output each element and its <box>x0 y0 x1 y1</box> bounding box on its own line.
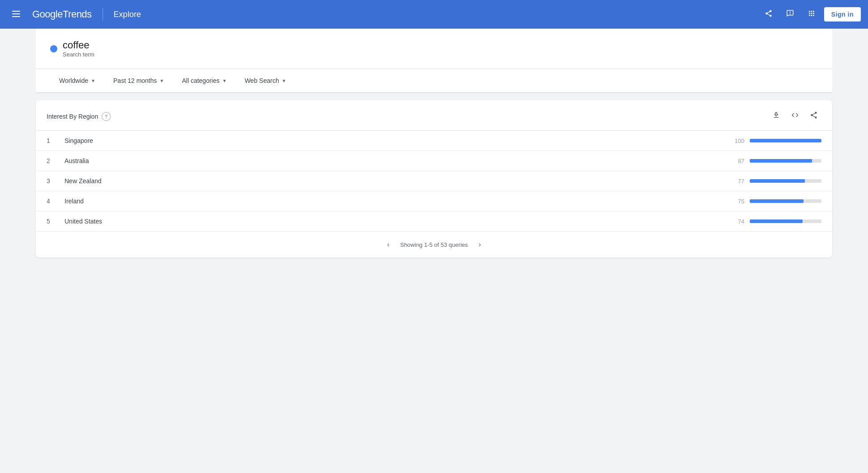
region-bar-container: 74 <box>732 218 821 225</box>
region-bar-container: 87 <box>732 158 821 164</box>
region-name[interactable]: Ireland <box>64 198 725 205</box>
main-content: Interest By Region ? <box>36 100 832 258</box>
region-rank: 2 <box>47 157 57 164</box>
region-name[interactable]: Australia <box>64 157 725 164</box>
region-row: 5 United States 74 <box>36 211 832 231</box>
region-bar-container: 77 <box>732 178 821 185</box>
feedback-button[interactable] <box>781 5 799 23</box>
region-bar-fill <box>750 139 821 142</box>
svg-rect-2 <box>12 16 20 17</box>
pagination: ‹ Showing 1-5 of 53 queries › <box>36 231 832 258</box>
region-bar-fill <box>750 179 805 183</box>
region-name[interactable]: New Zealand <box>64 177 725 185</box>
region-bar-wrapper <box>750 219 821 223</box>
time-filter[interactable]: Past 12 months ▼ <box>104 69 173 92</box>
help-icon-label: ? <box>105 114 108 119</box>
type-filter-arrow: ▼ <box>282 78 286 83</box>
region-score: 74 <box>732 218 744 225</box>
location-filter[interactable]: Worldwide ▼ <box>50 69 104 92</box>
region-card-title-row: Interest By Region ? <box>47 112 111 121</box>
region-bar-wrapper <box>750 139 821 142</box>
region-bar-wrapper <box>750 199 821 203</box>
region-card: Interest By Region ? <box>36 100 832 258</box>
header-actions: Sign in <box>760 5 861 23</box>
search-card: coffee Search term <box>36 29 832 69</box>
menu-button[interactable] <box>7 5 25 23</box>
apps-icon <box>808 9 816 20</box>
download-icon <box>772 112 780 121</box>
category-filter[interactable]: All categories ▼ <box>173 69 236 92</box>
search-dot <box>50 45 57 52</box>
embed-button[interactable] <box>787 109 803 123</box>
next-page-button[interactable]: › <box>475 239 485 250</box>
region-rank: 3 <box>47 177 57 185</box>
region-score: 100 <box>732 138 744 144</box>
signin-button[interactable]: Sign in <box>824 7 861 22</box>
region-bar-fill <box>750 219 803 223</box>
pagination-text: Showing 1-5 of 53 queries <box>400 241 468 248</box>
region-rank: 5 <box>47 218 57 225</box>
download-button[interactable] <box>769 109 784 123</box>
prev-page-button[interactable]: ‹ <box>383 239 393 250</box>
embed-icon <box>791 112 799 121</box>
region-rank: 1 <box>47 137 57 144</box>
share-icon <box>765 9 773 20</box>
region-score: 87 <box>732 158 744 164</box>
app-header: GoogleTrends Explore <box>0 0 868 29</box>
region-name[interactable]: Singapore <box>64 137 725 144</box>
search-term-info: coffee Search term <box>63 39 95 58</box>
share-button[interactable] <box>760 5 778 23</box>
region-row: 3 New Zealand 77 <box>36 171 832 191</box>
location-filter-label: Worldwide <box>59 77 88 84</box>
menu-icon <box>12 10 20 19</box>
region-row: 1 Singapore 100 <box>36 131 832 151</box>
region-name[interactable]: United States <box>64 218 725 225</box>
region-card-header: Interest By Region ? <box>36 100 832 130</box>
svg-rect-3 <box>790 11 791 13</box>
prev-page-icon: ‹ <box>387 241 389 248</box>
svg-rect-0 <box>12 11 20 12</box>
region-bar-fill <box>750 159 812 163</box>
region-bar-wrapper <box>750 159 821 163</box>
google-trends-logo[interactable]: GoogleTrends <box>32 9 92 20</box>
feedback-icon <box>786 9 794 20</box>
region-bar-wrapper <box>750 179 821 183</box>
region-card-actions <box>769 109 821 123</box>
svg-rect-4 <box>790 14 791 15</box>
region-bar-fill <box>750 199 804 203</box>
region-bar-container: 100 <box>732 138 821 144</box>
type-filter[interactable]: Web Search ▼ <box>236 69 295 92</box>
explore-label: Explore <box>114 10 141 19</box>
search-term-label: Search term <box>63 51 95 58</box>
location-filter-arrow: ▼ <box>91 78 95 83</box>
help-icon-button[interactable]: ? <box>102 112 111 121</box>
category-filter-label: All categories <box>182 77 219 84</box>
logo-text: GoogleTrends <box>32 9 92 20</box>
region-bar-container: 75 <box>732 198 821 205</box>
time-filter-label: Past 12 months <box>113 77 157 84</box>
type-filter-label: Web Search <box>245 77 279 84</box>
search-term-value: coffee <box>63 39 95 51</box>
share-region-icon <box>810 112 818 121</box>
region-row: 2 Australia 87 <box>36 151 832 171</box>
svg-rect-1 <box>12 13 20 14</box>
header-divider <box>103 8 103 21</box>
category-filter-arrow: ▼ <box>222 78 227 83</box>
share-region-button[interactable] <box>806 109 821 123</box>
filters-bar: Worldwide ▼ Past 12 months ▼ All categor… <box>36 69 832 93</box>
region-row: 4 Ireland 75 <box>36 191 832 211</box>
next-page-icon: › <box>479 241 481 248</box>
search-term-row: coffee Search term <box>50 39 818 58</box>
time-filter-arrow: ▼ <box>159 78 164 83</box>
apps-button[interactable] <box>803 5 821 23</box>
region-card-title: Interest By Region <box>47 113 98 120</box>
region-score: 75 <box>732 198 744 205</box>
region-score: 77 <box>732 178 744 185</box>
region-rank: 4 <box>47 198 57 205</box>
region-list: 1 Singapore 100 2 Australia 87 3 New Zea… <box>36 130 832 231</box>
